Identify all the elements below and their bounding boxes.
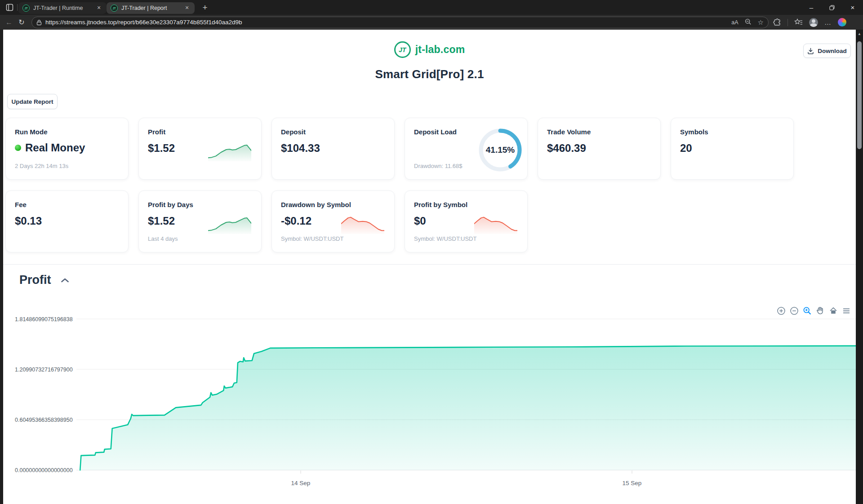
stat-cards-row-2: Fee $0.13 Profit by Days $1.52 Last 4 da… xyxy=(5,190,528,252)
window-edge xyxy=(0,30,3,504)
chart-menu-icon[interactable] xyxy=(841,306,851,315)
browser-window: JT JT-Trader | Runtime × JT JT-Trader | … xyxy=(0,0,863,504)
jt-favicon: JT xyxy=(111,4,118,12)
browser-toolbar: ← ↻ https://streams.jtnodes.top/report/b… xyxy=(0,15,863,30)
jt-lab-logo: JT xyxy=(394,41,411,58)
card-value: 20 xyxy=(680,142,692,155)
chart-zoom-in-icon[interactable] xyxy=(776,306,786,315)
card-label: Trade Volume xyxy=(547,128,591,136)
card-label: Run Mode xyxy=(15,128,48,136)
card-value: $1.52 xyxy=(148,142,175,155)
card-profit: Profit $1.52 xyxy=(138,118,262,180)
card-value: $0.13 xyxy=(15,215,42,227)
card-label: Deposit Load xyxy=(414,128,457,136)
toolbar-divider xyxy=(787,19,788,26)
scrollbar-up-icon[interactable]: ▲ xyxy=(856,32,863,36)
copilot-icon[interactable] xyxy=(838,18,846,27)
card-symbols: Symbols 20 xyxy=(671,118,794,180)
lock-icon xyxy=(36,19,42,26)
profile-avatar[interactable] xyxy=(809,18,818,27)
profit-by-days-sparkline xyxy=(208,213,251,234)
card-value: Real Money xyxy=(25,141,85,154)
tab-title: JT-Trader | Runtime xyxy=(33,5,95,11)
card-value: $104.33 xyxy=(281,142,320,155)
minimize-button[interactable]: – xyxy=(801,0,822,15)
jt-favicon: JT xyxy=(22,4,30,12)
report-page: JT jt-lab.com Smart Grid[Pro] 2.1 Downlo… xyxy=(0,30,863,504)
card-muted: Drawdown: 11.68$ xyxy=(414,163,462,169)
profit-sparkline xyxy=(208,141,251,161)
card-label: Profit xyxy=(148,128,165,136)
download-button[interactable]: Download xyxy=(803,44,851,58)
card-label: Profit by Symbol xyxy=(414,201,467,208)
card-profit-by-symbol: Profit by Symbol $0 Symbol: W/USDT:USDT xyxy=(405,190,528,252)
card-drawdown-by-symbol: Drawdown by Symbol -$0.12 Symbol: W/USDT… xyxy=(271,190,395,252)
tab-divider xyxy=(17,4,18,11)
stat-cards-row-1: Run Mode Real Money 2 Days 22h 14m 13s P… xyxy=(5,118,794,180)
restore-button[interactable] xyxy=(822,0,842,15)
tab-title: JT-Trader | Report xyxy=(121,5,183,11)
card-muted: 2 Days 22h 14m 13s xyxy=(15,163,68,169)
close-tab-icon[interactable]: × xyxy=(183,4,191,12)
favorite-star-icon[interactable]: ☆ xyxy=(758,18,764,27)
card-label: Symbols xyxy=(680,128,708,136)
chart-selection-zoom-icon[interactable] xyxy=(802,306,812,315)
update-report-button[interactable]: Update Report xyxy=(7,94,58,109)
card-label: Profit by Days xyxy=(148,201,193,208)
profit-by-symbol-sparkline xyxy=(474,213,517,234)
card-label: Deposit xyxy=(281,128,306,136)
card-value: $1.52 xyxy=(148,215,175,227)
page-title: Smart Grid[Pro] 2.1 xyxy=(3,67,856,81)
favorites-bar-icon[interactable] xyxy=(794,18,803,26)
back-icon[interactable]: ← xyxy=(3,18,15,27)
profit-section-title: Profit xyxy=(19,273,51,287)
brand-name: jt-lab.com xyxy=(415,44,465,56)
card-label: Drawdown by Symbol xyxy=(281,201,351,208)
update-report-label: Update Report xyxy=(11,98,53,105)
new-tab-button[interactable]: + xyxy=(199,2,211,13)
window-controls: – × xyxy=(801,0,863,15)
donut-percent-label: 41.15% xyxy=(477,127,524,173)
card-run-mode: Run Mode Real Money 2 Days 22h 14m 13s xyxy=(5,118,129,180)
address-bar[interactable]: https://streams.jtnodes.top/report/b66e3… xyxy=(31,17,769,28)
brand-header: JT jt-lab.com xyxy=(3,41,856,58)
tab-report[interactable]: JT JT-Trader | Report × xyxy=(107,2,195,14)
card-value: -$0.12 xyxy=(281,215,311,227)
chart-reset-home-icon[interactable] xyxy=(828,306,838,315)
card-muted: Symbol: W/USDT:USDT xyxy=(281,235,343,242)
card-muted: Last 4 days xyxy=(148,235,178,242)
card-label: Fee xyxy=(15,201,27,208)
translate-icon[interactable]: aA xyxy=(731,19,738,26)
card-profit-by-days: Profit by Days $1.52 Last 4 days xyxy=(138,190,262,252)
extensions-icon[interactable] xyxy=(773,18,781,27)
zoom-out-page-icon[interactable] xyxy=(745,18,752,27)
chart-toolbar xyxy=(776,306,851,315)
drawdown-by-symbol-sparkline xyxy=(341,213,384,234)
card-fee: Fee $0.13 xyxy=(5,190,129,252)
profit-section-header: Profit xyxy=(19,273,69,287)
url-text: https://streams.jtnodes.top/report/b66e3… xyxy=(45,19,725,26)
section-divider xyxy=(3,264,856,265)
chevron-up-icon[interactable] xyxy=(61,278,69,283)
chart-zoom-out-icon[interactable] xyxy=(789,306,799,315)
close-tab-icon[interactable]: × xyxy=(95,4,103,12)
chart-pan-icon[interactable] xyxy=(815,306,825,315)
card-deposit-load: Deposit Load 41.15% Drawdown: 11.68$ xyxy=(405,118,528,180)
refresh-icon[interactable]: ↻ xyxy=(15,18,28,27)
settings-more-icon[interactable]: … xyxy=(824,18,832,26)
card-muted: Symbol: W/USDT:USDT xyxy=(414,235,476,242)
status-dot-icon xyxy=(15,145,21,151)
download-icon xyxy=(807,48,814,54)
close-window-button[interactable]: × xyxy=(842,0,863,15)
download-label: Download xyxy=(818,48,847,54)
tab-runtime[interactable]: JT JT-Trader | Runtime × xyxy=(18,2,107,14)
page-scrollbar[interactable]: ▲ xyxy=(856,30,863,504)
card-value: $0 xyxy=(414,215,426,227)
scrollbar-thumb[interactable] xyxy=(857,41,862,149)
toolbar-right-icons: … xyxy=(773,18,846,27)
card-deposit: Deposit $104.33 xyxy=(271,118,395,180)
card-value: $460.39 xyxy=(547,142,586,155)
browser-tab-bar: JT JT-Trader | Runtime × JT JT-Trader | … xyxy=(0,0,863,15)
tab-search-icon[interactable] xyxy=(3,2,16,13)
card-trade-volume: Trade Volume $460.39 xyxy=(538,118,661,180)
